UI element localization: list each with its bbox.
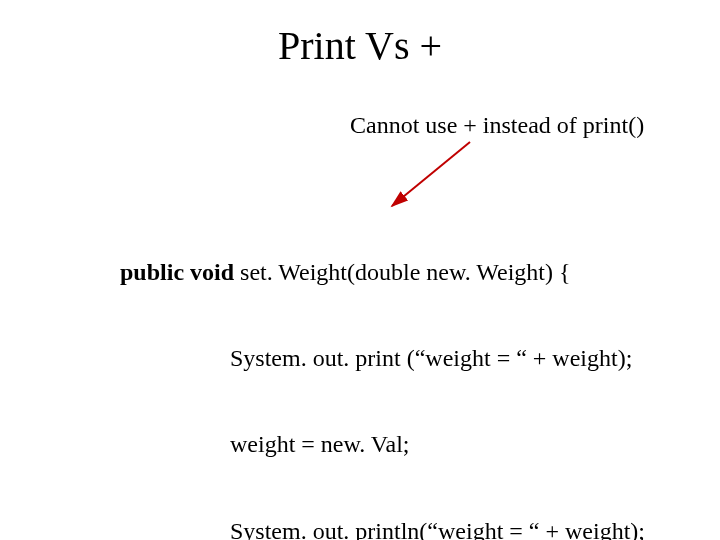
slide-title: Print Vs + <box>0 22 720 69</box>
sig-rest: set. Weight(double new. Weight) { <box>234 259 570 285</box>
code-line-2: weight = new. Val; <box>120 430 645 459</box>
annotation-text: Cannot use + instead of print() <box>350 112 644 139</box>
code-line-signature: public void set. Weight(double new. Weig… <box>120 258 645 287</box>
keyword: public void <box>120 259 234 285</box>
code-line-3: System. out. println(“weight = “ + weigh… <box>120 517 645 540</box>
svg-line-0 <box>392 142 470 206</box>
code-block: public void set. Weight(double new. Weig… <box>120 200 645 540</box>
slide: Print Vs + Cannot use + instead of print… <box>0 0 720 540</box>
code-line-1: System. out. print (“weight = “ + weight… <box>120 344 645 373</box>
